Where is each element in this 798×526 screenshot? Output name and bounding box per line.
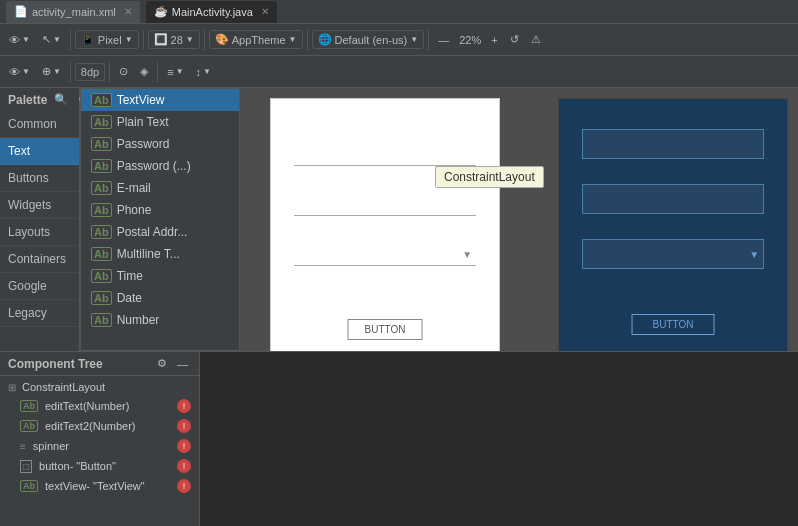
- menu-item-email[interactable]: Ab E-mail: [81, 177, 239, 199]
- api-dropdown[interactable]: 🔳 28 ▼: [148, 30, 200, 49]
- api-chevron: ▼: [186, 35, 194, 44]
- device-label: Pixel: [98, 34, 122, 46]
- menu-item-multiline[interactable]: Ab Multiline T...: [81, 243, 239, 265]
- light-field2: [294, 194, 476, 216]
- refresh-icon: ↺: [510, 33, 519, 46]
- dark-field1: [582, 129, 764, 159]
- tree-minimize-icon: —: [177, 358, 188, 370]
- dark-button[interactable]: BUTTON: [632, 314, 715, 335]
- dp-label: 8dp: [81, 66, 99, 78]
- light-spinner: ▼: [294, 244, 476, 266]
- tree-item-textview[interactable]: Ab textView- "TextView" !: [0, 476, 199, 496]
- blueprint-icon: ⊕: [42, 65, 51, 78]
- menu-item-plain-text[interactable]: Ab Plain Text: [81, 111, 239, 133]
- textview-error-badge: !: [177, 479, 191, 493]
- design-canvas[interactable]: ConstraintLayout ▼ BUTTON: [240, 88, 798, 351]
- email-ab-icon: Ab: [91, 181, 112, 195]
- light-button[interactable]: BUTTON: [348, 319, 423, 340]
- palette-title: Palette: [8, 93, 47, 107]
- menu-item-date[interactable]: Ab Date: [81, 287, 239, 309]
- constraint-layout-label: ConstraintLayout: [22, 381, 105, 393]
- palette-search-btn[interactable]: 🔍: [51, 92, 71, 107]
- textview-label: textView- "TextView": [45, 480, 145, 492]
- dark-phone-mockup: ▼ BUTTON —: [558, 98, 788, 351]
- tab-activity-xml[interactable]: 📄 activity_main.xml ✕: [6, 1, 140, 23]
- sep6: [70, 62, 71, 82]
- menu-item-textview[interactable]: Ab TextView: [81, 89, 239, 111]
- search-icon: 🔍: [54, 93, 68, 106]
- tree-item-spinner[interactable]: ≡ spinner !: [0, 436, 199, 456]
- sidebar-item-containers[interactable]: Containers: [0, 246, 79, 273]
- blueprint-btn[interactable]: ⊕ ▼: [37, 62, 66, 81]
- theme-label: AppTheme: [232, 34, 286, 46]
- device-icon: 📱: [81, 33, 95, 46]
- component-tree-body: ⊞ ConstraintLayout Ab editText(Number) !…: [0, 376, 199, 498]
- tree-item-edittext-number[interactable]: Ab editText(Number) !: [0, 396, 199, 416]
- cursor-chevron-icon: ▼: [53, 35, 61, 44]
- warning-btn[interactable]: ⚠: [526, 30, 546, 49]
- sep2: [143, 30, 144, 50]
- cursor-btn[interactable]: ↖ ▼: [37, 30, 66, 49]
- constraint-btn[interactable]: ◈: [135, 62, 153, 81]
- palette-header: Palette 🔍 ⚙ —: [0, 88, 79, 111]
- time-ab-icon: Ab: [91, 269, 112, 283]
- title-bar: 📄 activity_main.xml ✕ ☕ MainActivity.jav…: [0, 0, 798, 24]
- sidebar-item-widgets[interactable]: Widgets: [0, 192, 79, 219]
- xml-file-icon: 📄: [14, 5, 28, 18]
- sidebar-item-layouts[interactable]: Layouts: [0, 219, 79, 246]
- zoom-level: 22%: [456, 34, 484, 46]
- eye-icon: 👁: [9, 34, 20, 46]
- tree-item-constraint-layout[interactable]: ⊞ ConstraintLayout: [0, 378, 199, 396]
- device-dropdown[interactable]: 📱 Pixel ▼: [75, 30, 139, 49]
- sidebar-item-legacy[interactable]: Legacy: [0, 300, 79, 327]
- tree-settings-icon: ⚙: [157, 357, 167, 370]
- tab-close-java[interactable]: ✕: [261, 6, 269, 17]
- zoom-in-btn[interactable]: +: [486, 31, 502, 49]
- tab-label-java: MainActivity.java: [172, 6, 253, 18]
- tree-item-edittext2-number[interactable]: Ab editText2(Number) !: [0, 416, 199, 436]
- menu-item-password[interactable]: Ab Password: [81, 133, 239, 155]
- design-eye-icon: 👁: [9, 66, 20, 78]
- menu-item-phone[interactable]: Ab Phone: [81, 199, 239, 221]
- sidebar-item-common[interactable]: Common: [0, 111, 79, 138]
- content-area: Palette 🔍 ⚙ — Common Text: [0, 88, 798, 351]
- second-toolbar: 👁 ▼ ⊕ ▼ 8dp ⊙ ◈ ≡ ▼ ↕ ▼: [0, 56, 798, 88]
- warning-icon: ⚠: [531, 33, 541, 46]
- tree-item-button[interactable]: □ button- "Button" !: [0, 456, 199, 476]
- magnet-btn[interactable]: ⊙: [114, 62, 133, 81]
- tab-mainactivity-java[interactable]: ☕ MainActivity.java ✕: [146, 1, 277, 23]
- sep8: [157, 62, 158, 82]
- refresh-btn[interactable]: ↺: [505, 30, 524, 49]
- top-toolbar: 👁 ▼ ↖ ▼ 📱 Pixel ▼ 🔳 28 ▼ 🎨 AppTheme ▼ 🌐 …: [0, 24, 798, 56]
- eye-toggle-btn[interactable]: 👁 ▼: [4, 31, 35, 49]
- zoom-out-btn[interactable]: —: [433, 31, 454, 49]
- sidebar-item-text[interactable]: Text: [0, 138, 79, 165]
- java-file-icon: ☕: [154, 5, 168, 18]
- app-window: 📄 activity_main.xml ✕ ☕ MainActivity.jav…: [0, 0, 798, 526]
- date-ab-icon: Ab: [91, 291, 112, 305]
- theme-dropdown[interactable]: 🎨 AppTheme ▼: [209, 30, 303, 49]
- locale-dropdown[interactable]: 🌐 Default (en-us) ▼: [312, 30, 425, 49]
- edittext-error-badge: !: [177, 399, 191, 413]
- zoom-in-icon: +: [491, 34, 497, 46]
- menu-item-number[interactable]: Ab Number: [81, 309, 239, 331]
- sidebar-item-google[interactable]: Google: [0, 273, 79, 300]
- edittext-label: editText(Number): [45, 400, 129, 412]
- component-tree-title: Component Tree: [8, 357, 103, 371]
- menu-item-password-num[interactable]: Ab Password (...): [81, 155, 239, 177]
- sidebar-item-buttons[interactable]: Buttons: [0, 165, 79, 192]
- dp-dropdown[interactable]: 8dp: [75, 63, 105, 81]
- component-tree-panel: Component Tree ⚙ — ⊞ ConstraintLayout: [0, 352, 200, 526]
- guideline-btn[interactable]: ↕ ▼: [191, 63, 216, 81]
- zoom-out-icon: —: [438, 34, 449, 46]
- align-btn[interactable]: ≡ ▼: [162, 63, 188, 81]
- locale-label: Default (en-us): [335, 34, 408, 46]
- tree-settings-btn[interactable]: ⚙: [154, 356, 170, 371]
- button-label: button- "Button": [39, 460, 116, 472]
- menu-item-postal[interactable]: Ab Postal Addr...: [81, 221, 239, 243]
- design-eye-btn[interactable]: 👁 ▼: [4, 63, 35, 81]
- device-chevron: ▼: [125, 35, 133, 44]
- tab-close-xml[interactable]: ✕: [124, 6, 132, 17]
- menu-item-time[interactable]: Ab Time: [81, 265, 239, 287]
- tree-minimize-btn[interactable]: —: [174, 356, 191, 371]
